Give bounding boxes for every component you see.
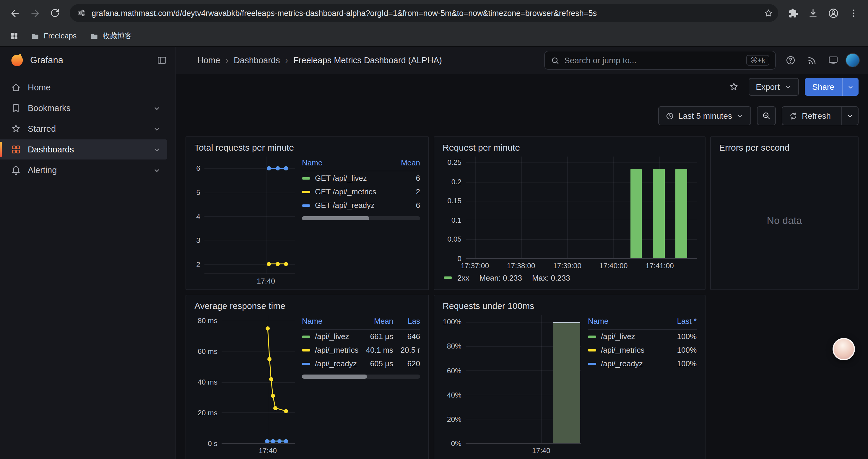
bookmark-star-icon[interactable] xyxy=(764,8,773,18)
bar[interactable] xyxy=(676,169,687,258)
legend-name[interactable]: /api/_livez xyxy=(302,330,359,343)
legend-row-item[interactable]: GET /api/_livez6 xyxy=(302,171,420,185)
chart-plot[interactable] xyxy=(205,157,295,274)
legend-value: 6 xyxy=(389,198,420,212)
chart-plot[interactable] xyxy=(466,157,696,259)
menu-kebab-icon[interactable] xyxy=(843,3,863,23)
legend-row-item[interactable]: /api/_livez100% xyxy=(588,329,696,343)
legend-row-item[interactable]: /api/_metrics40.1 ms20.5 r xyxy=(302,343,420,357)
news-rss-icon[interactable] xyxy=(803,52,821,69)
time-range-picker[interactable]: Last 5 minutes xyxy=(658,106,751,125)
share-menu-caret[interactable] xyxy=(842,78,859,96)
avg-response-time-chart[interactable]: 80 ms60 ms40 ms20 ms0 s17:40 xyxy=(194,315,295,454)
chevron-down-icon[interactable] xyxy=(152,104,161,112)
chevron-down-icon[interactable] xyxy=(152,166,161,174)
reload-icon[interactable] xyxy=(45,3,65,23)
breadcrumb-dashboards[interactable]: Dashboards xyxy=(234,56,280,65)
breadcrumb-home[interactable]: Home xyxy=(197,56,220,65)
panel-title[interactable]: Total requests per minute xyxy=(194,140,420,157)
site-settings-icon[interactable] xyxy=(77,8,86,18)
chart-plot[interactable] xyxy=(222,315,295,444)
request-per-minute-legend[interactable]: 2xxMean: 0.233Max: 0.233 xyxy=(442,269,696,285)
legend-header[interactable]: Mean xyxy=(389,157,420,171)
bar[interactable] xyxy=(653,169,664,258)
monitor-kiosk-icon[interactable] xyxy=(824,52,842,69)
legend-header[interactable]: Name xyxy=(302,315,359,329)
chat-assistant-avatar[interactable] xyxy=(833,338,855,360)
legend-name[interactable]: GET /api/_livez xyxy=(302,171,389,185)
chevron-down-icon[interactable] xyxy=(152,145,161,154)
sidebar-item-starred[interactable]: Starred xyxy=(0,119,167,139)
legend-name[interactable]: GET /api/_metrics xyxy=(302,185,389,198)
legend-header[interactable]: Name xyxy=(302,157,389,171)
help-icon[interactable] xyxy=(782,52,800,69)
legend-row-item[interactable]: /api/_readyz605 µs620 xyxy=(302,357,420,370)
apps-grid-icon[interactable] xyxy=(6,28,23,44)
panel-title[interactable]: Errors per second xyxy=(719,140,850,157)
chevron-down-icon[interactable] xyxy=(152,124,161,133)
requests-under-100ms-chart[interactable]: 100%80%60%40%20%0%17:40 xyxy=(442,315,581,454)
sidebar-item-dashboards[interactable]: Dashboards xyxy=(0,139,167,160)
refresh-button[interactable]: Refresh xyxy=(782,106,859,125)
legend-row-item[interactable]: /api/_metrics100% xyxy=(588,343,696,357)
gridline xyxy=(475,157,475,258)
url-text[interactable]: grafana.mathmast.com/d/deytv4rwavabkb/fr… xyxy=(92,8,758,18)
legend-swatch xyxy=(302,335,310,338)
legend-name[interactable]: GET /api/_readyz xyxy=(302,198,389,212)
legend-label[interactable]: 2xx xyxy=(457,273,469,282)
legend-header[interactable]: Las xyxy=(393,315,420,329)
profile-icon[interactable] xyxy=(823,3,843,23)
legend-name[interactable]: /api/_readyz xyxy=(302,357,359,370)
downloads-icon[interactable] xyxy=(803,3,823,23)
dock-menu-icon[interactable] xyxy=(157,55,167,66)
refresh-interval-caret[interactable] xyxy=(841,107,858,125)
legend-row-item[interactable]: /api/_readyz100% xyxy=(588,357,696,370)
extensions-icon[interactable] xyxy=(783,3,803,23)
panel-title[interactable]: Request per minute xyxy=(442,140,696,157)
y-axis-label: 0 s xyxy=(208,439,217,448)
time-controls: Last 5 minutes Refresh xyxy=(176,100,868,132)
legend-header[interactable]: Name xyxy=(588,315,662,329)
sidebar-item-bookmarks[interactable]: Bookmarks xyxy=(0,98,167,118)
user-avatar[interactable] xyxy=(845,53,860,67)
bar[interactable] xyxy=(630,169,642,258)
address-bar[interactable]: grafana.mathmast.com/d/deytv4rwavabkb/fr… xyxy=(70,4,778,22)
legend-name[interactable]: /api/_metrics xyxy=(302,343,359,357)
legend-row-item[interactable]: GET /api/_metrics2 xyxy=(302,185,420,198)
legend-row-item[interactable]: GET /api/_readyz6 xyxy=(302,198,420,212)
scrollbar-thumb[interactable] xyxy=(302,374,367,379)
forward-icon[interactable] xyxy=(25,3,45,23)
share-button[interactable]: Share xyxy=(804,78,859,96)
legend-header[interactable]: Mean xyxy=(359,315,393,329)
favorite-star-icon[interactable] xyxy=(725,78,743,96)
bar[interactable] xyxy=(553,322,580,443)
legend-scrollbar[interactable] xyxy=(302,216,420,220)
total-requests-legend[interactable]: NameMeanGET /api/_livez6GET /api/_metric… xyxy=(302,157,420,220)
request-per-minute-chart[interactable]: 0.250.20.150.10.05017:37:0017:38:0017:39… xyxy=(442,157,696,269)
legend-name[interactable]: /api/_readyz xyxy=(588,357,662,370)
panel-title[interactable]: Requests under 100ms xyxy=(442,298,696,315)
back-icon[interactable] xyxy=(5,3,25,23)
share-label[interactable]: Share xyxy=(804,78,842,96)
chart-plot[interactable] xyxy=(466,315,581,444)
grafana-logo[interactable] xyxy=(9,53,24,68)
bookmark-label: Freeleaps xyxy=(44,32,76,40)
legend-value: 100% xyxy=(662,357,696,370)
legend-row-item[interactable]: /api/_livez661 µs646 xyxy=(302,329,420,343)
zoom-out-icon[interactable] xyxy=(757,106,776,125)
sidebar-item-alerting[interactable]: Alerting xyxy=(0,160,167,180)
sidebar-item-home[interactable]: Home xyxy=(0,77,167,97)
requests-under-100ms-legend[interactable]: NameLast */api/_livez100%/api/_metrics10… xyxy=(588,315,696,370)
bookmark-folder-blogs[interactable]: 收藏博客 xyxy=(85,29,137,43)
search-input[interactable]: Search or jump to... ⌘+k xyxy=(544,51,776,70)
avg-response-time-legend[interactable]: NameMeanLas/api/_livez661 µs646/api/_met… xyxy=(302,315,420,379)
bookmark-folder-freeleaps[interactable]: Freeleaps xyxy=(26,29,81,43)
legend-name[interactable]: /api/_metrics xyxy=(588,343,662,357)
legend-name[interactable]: /api/_livez xyxy=(588,330,662,343)
total-requests-chart[interactable]: 6543217:40 xyxy=(194,157,295,285)
export-button[interactable]: Export xyxy=(749,78,799,96)
scrollbar-thumb[interactable] xyxy=(302,216,369,220)
panel-title[interactable]: Average response time xyxy=(194,298,420,315)
legend-header[interactable]: Last * xyxy=(662,315,696,329)
legend-scrollbar[interactable] xyxy=(302,374,420,379)
